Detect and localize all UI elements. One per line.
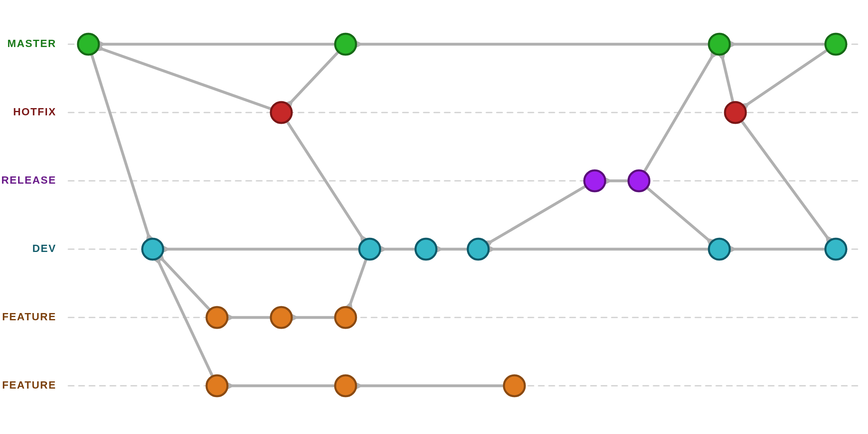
commit-m2: [709, 34, 730, 55]
commit-d4: [709, 239, 730, 260]
commit-d1: [359, 239, 380, 260]
lane-label-master: MASTER: [7, 37, 56, 49]
lane-label-release: RELEASE: [1, 174, 56, 186]
edge-r0-to-d3: [491, 186, 586, 242]
commit-h0: [271, 102, 292, 123]
edge-m1-to-h0: [292, 52, 338, 101]
lane-label-feat2: FEATURE: [2, 379, 56, 391]
edge-r1-to-d4: [647, 188, 708, 240]
commit-r0: [584, 170, 605, 191]
commit-d3: [468, 239, 489, 260]
commit-fA0: [207, 307, 227, 328]
commit-fA1: [271, 307, 292, 328]
commit-h1: [725, 102, 746, 123]
commit-m1: [335, 34, 356, 55]
edge-h0-to-m0: [103, 49, 272, 109]
commit-d5: [825, 239, 846, 260]
lane-labels: MASTERHOTFIXRELEASEDEVFEATUREFEATURE: [1, 37, 56, 391]
edge-h1-to-m2: [723, 59, 733, 102]
commit-fB1: [335, 375, 356, 396]
commit-m0: [78, 34, 99, 55]
commit-fB0: [207, 375, 227, 396]
edge-h0-to-d1: [287, 121, 361, 236]
gitflow-diagram: MASTERHOTFIXRELEASEDEVFEATUREFEATURE: [0, 0, 868, 434]
commit-edges: [92, 44, 827, 386]
lane-label-dev: DEV: [33, 242, 56, 254]
commit-d0: [142, 239, 163, 260]
commit-fB2: [504, 375, 525, 396]
edge-m0-to-d0: [92, 54, 148, 235]
edge-h1-to-d5: [741, 121, 827, 237]
commit-fA2: [335, 307, 356, 328]
commit-r1: [628, 170, 649, 191]
lane-label-feat1: FEATURE: [2, 311, 56, 323]
commit-d2: [416, 239, 436, 260]
edge-d1-to-fA2: [351, 259, 366, 303]
edge-m3-to-h1: [748, 50, 827, 104]
lane-guides: [68, 44, 860, 386]
edge-r1-to-m2: [644, 57, 712, 172]
edge-fB0-to-d0: [159, 263, 213, 376]
commit-m3: [825, 34, 846, 55]
lane-label-hotfix: HOTFIX: [13, 106, 56, 118]
